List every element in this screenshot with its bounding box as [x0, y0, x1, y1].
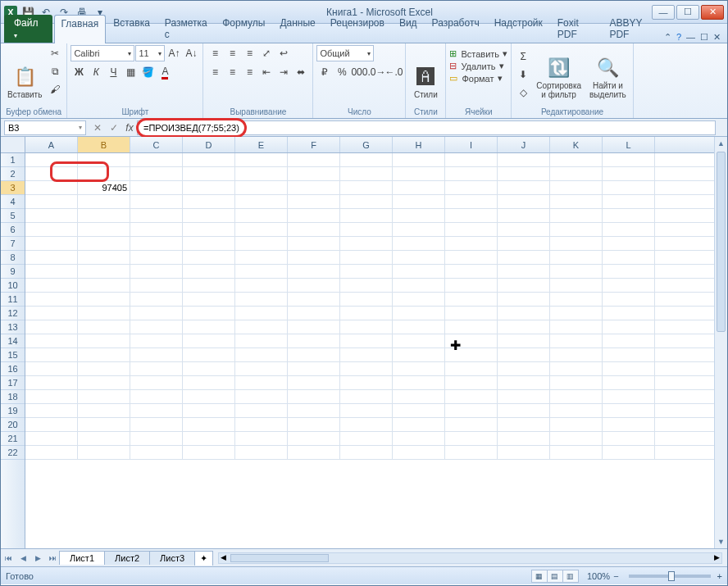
cell[interactable] — [340, 223, 393, 236]
cell[interactable] — [498, 390, 550, 403]
cell[interactable] — [288, 432, 340, 445]
column-header[interactable]: L — [603, 137, 655, 152]
cell[interactable] — [235, 307, 288, 320]
cell[interactable] — [603, 334, 655, 348]
cell[interactable] — [78, 251, 130, 264]
cell[interactable] — [498, 320, 550, 334]
cell[interactable] — [603, 404, 655, 417]
cell[interactable] — [603, 153, 655, 166]
cell[interactable] — [550, 446, 603, 459]
cell[interactable] — [235, 279, 288, 292]
cell[interactable] — [288, 404, 340, 417]
row-header[interactable]: 13 — [1, 320, 25, 334]
select-all-corner[interactable] — [1, 137, 25, 153]
cell[interactable] — [445, 334, 498, 348]
cell[interactable] — [550, 418, 603, 431]
column-header[interactable]: H — [393, 137, 445, 152]
tab-вставка[interactable]: Вставка — [106, 14, 157, 43]
column-header[interactable]: B — [78, 137, 130, 152]
cell[interactable] — [130, 237, 183, 250]
cell[interactable] — [445, 390, 498, 403]
cell[interactable] — [445, 153, 498, 166]
cell[interactable] — [288, 153, 340, 166]
cell[interactable] — [130, 320, 183, 334]
cell[interactable] — [288, 265, 340, 278]
cell[interactable] — [130, 195, 183, 208]
cell[interactable] — [340, 153, 393, 166]
cell[interactable] — [183, 446, 235, 459]
column-header[interactable]: J — [498, 137, 550, 152]
find-select-button[interactable]: 🔍 Найти и выделить — [586, 45, 630, 101]
cell[interactable] — [288, 195, 340, 208]
cell[interactable] — [235, 153, 288, 166]
zoom-slider[interactable] — [629, 575, 711, 578]
cell[interactable] — [235, 404, 288, 417]
cell[interactable] — [288, 446, 340, 459]
row-header[interactable]: 5 — [1, 209, 25, 223]
cell[interactable] — [498, 446, 550, 459]
cell[interactable] — [235, 432, 288, 445]
zoom-out-icon[interactable]: − — [613, 571, 618, 581]
column-headers[interactable]: ABCDEFGHIJKL — [25, 137, 714, 153]
tab-формулы[interactable]: Формулы — [215, 14, 272, 43]
row-header[interactable]: 15 — [1, 348, 25, 362]
sheet-tab[interactable]: Лист2 — [104, 551, 150, 565]
align-middle-icon[interactable]: ≡ — [224, 45, 240, 61]
cell[interactable] — [288, 376, 340, 389]
cell[interactable] — [78, 404, 130, 417]
cell[interactable] — [183, 334, 235, 348]
cell[interactable] — [25, 418, 78, 431]
cell[interactable] — [130, 153, 183, 166]
cell[interactable] — [78, 362, 130, 375]
cell[interactable] — [498, 279, 550, 292]
tab-надстройк[interactable]: Надстройк — [487, 14, 550, 43]
cell[interactable] — [183, 376, 235, 389]
row-headers[interactable]: 12345678910111213141516171819202122 — [1, 153, 25, 548]
cell[interactable] — [183, 209, 235, 222]
column-header[interactable]: K — [550, 137, 603, 152]
fill-color-icon[interactable]: 🪣 — [139, 64, 156, 80]
cell[interactable] — [183, 237, 235, 250]
cell[interactable] — [393, 348, 445, 361]
cell[interactable] — [25, 390, 78, 403]
cell[interactable] — [235, 223, 288, 236]
cell[interactable] — [393, 167, 445, 180]
cell[interactable] — [340, 265, 393, 278]
cell[interactable] — [25, 279, 78, 292]
cell[interactable] — [235, 237, 288, 250]
cell[interactable] — [498, 265, 550, 278]
cell[interactable] — [603, 251, 655, 264]
cell[interactable] — [550, 334, 603, 348]
cell[interactable] — [183, 348, 235, 361]
cell[interactable] — [550, 153, 603, 166]
copy-icon[interactable]: ⧉ — [47, 63, 63, 79]
cell[interactable] — [183, 418, 235, 431]
cell[interactable] — [78, 153, 130, 166]
font-name-select[interactable]: Calibri▾ — [71, 45, 134, 61]
cell[interactable] — [603, 167, 655, 180]
bold-icon[interactable]: Ж — [71, 64, 87, 80]
cancel-formula-icon[interactable]: ✕ — [89, 120, 106, 135]
cell[interactable] — [445, 446, 498, 459]
column-header[interactable]: C — [130, 137, 183, 152]
cell[interactable] — [393, 334, 445, 348]
border-icon[interactable]: ▦ — [122, 64, 139, 80]
cell[interactable] — [130, 362, 183, 375]
cell[interactable] — [183, 251, 235, 264]
cell[interactable] — [235, 390, 288, 403]
scrollbar-thumb[interactable] — [717, 152, 726, 332]
cell[interactable] — [603, 279, 655, 292]
cell[interactable] — [340, 251, 393, 264]
clear-icon[interactable]: ◇ — [515, 84, 531, 101]
cell[interactable] — [393, 209, 445, 222]
align-right-icon[interactable]: ≡ — [241, 64, 257, 80]
cell[interactable] — [393, 265, 445, 278]
cell[interactable] — [340, 376, 393, 389]
sheet-nav-prev-icon[interactable]: ◀ — [16, 551, 30, 566]
cell[interactable] — [603, 446, 655, 459]
cell[interactable] — [288, 181, 340, 194]
cell[interactable] — [393, 376, 445, 389]
cell[interactable] — [25, 307, 78, 320]
cell[interactable] — [498, 362, 550, 375]
cell[interactable] — [550, 320, 603, 334]
